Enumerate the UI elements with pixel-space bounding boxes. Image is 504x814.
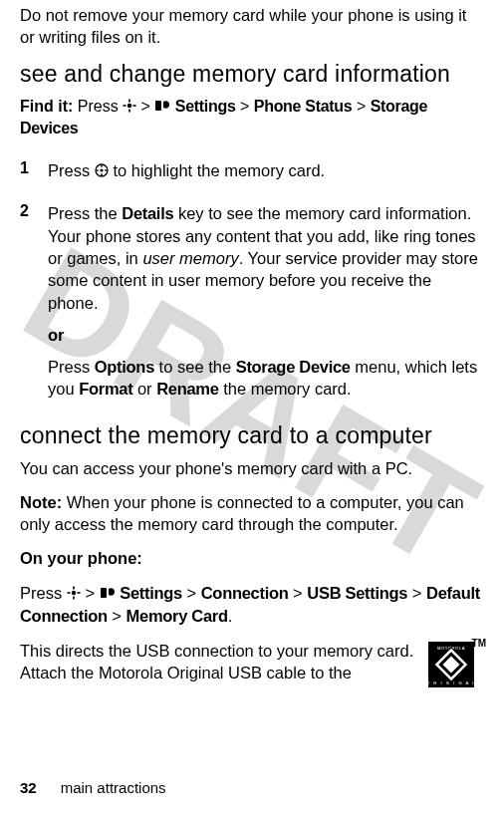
gt-e: > <box>112 607 122 625</box>
connection-label: Connection <box>201 584 289 602</box>
note-text: When your phone is connected to a comput… <box>20 493 464 533</box>
memory-card-label: Memory Card <box>126 607 228 625</box>
phone-status-label: Phone Status <box>254 98 353 115</box>
or-label: or <box>48 324 484 346</box>
svg-rect-16 <box>77 592 80 594</box>
gt2: > <box>240 98 249 115</box>
heading-see-change: see and change memory card information <box>20 61 484 88</box>
svg-rect-13 <box>73 587 75 590</box>
gt-d: > <box>412 584 422 602</box>
page-number: 32 <box>20 779 37 796</box>
s1-b: to highlight the memory card. <box>113 161 325 179</box>
storage-device-menu: Storage Device <box>236 358 351 376</box>
s2-e: to see the <box>159 358 231 376</box>
settings-label-2: Settings <box>120 584 182 602</box>
on-your-phone: On your phone: <box>20 547 484 569</box>
settings-label: Settings <box>175 98 236 115</box>
svg-rect-9 <box>101 173 102 175</box>
motorola-original-logo: TM MOTOROLA O R I G I N A L <box>428 642 484 687</box>
gt1: > <box>141 98 150 115</box>
gt-c: > <box>293 584 303 602</box>
heading-connect: connect the memory card to a computer <box>20 422 484 449</box>
svg-rect-2 <box>128 109 130 112</box>
svg-rect-4 <box>133 105 136 107</box>
find-it-press: Press <box>78 98 119 115</box>
step-1: 1 Press to highlight the memory card. <box>20 159 484 193</box>
svg-point-7 <box>100 169 103 172</box>
format-option: Format <box>79 380 132 398</box>
footer-section: main attractions <box>61 779 166 796</box>
tm-mark: TM <box>472 638 486 649</box>
settings-icon <box>154 97 170 119</box>
find-it-line: Find it: Press > Settings > Phone Status… <box>20 96 484 139</box>
nav-key-icon <box>95 160 109 182</box>
s2-d: Press <box>48 358 90 376</box>
gt-b: > <box>187 584 197 602</box>
note-label: Note: <box>20 493 62 511</box>
usb-settings-label: USB Settings <box>307 584 407 602</box>
page-footer: 32main attractions <box>20 779 166 796</box>
usb-direct-text: This directs the USB connection to your … <box>20 640 484 684</box>
connect-p1: You can access your phone's memory card … <box>20 457 484 479</box>
svg-rect-10 <box>96 169 98 170</box>
svg-rect-8 <box>101 165 102 167</box>
gt-a: > <box>85 584 95 602</box>
s1-a: Press <box>48 161 90 179</box>
steps-list: 1 Press to highlight the memory card. 2 … <box>20 159 484 410</box>
center-key-icon <box>123 97 136 119</box>
svg-point-12 <box>72 591 76 595</box>
details-key: Details <box>122 204 173 222</box>
svg-rect-14 <box>73 597 75 600</box>
note-paragraph: Note: When your phone is connected to a … <box>20 491 484 536</box>
settings-icon-2 <box>100 583 116 605</box>
press-label: Press <box>20 584 62 602</box>
s2-g: or <box>137 380 152 398</box>
options-key: Options <box>95 358 154 376</box>
find-it-label: Find it: <box>20 98 73 115</box>
s2-h: the memory card. <box>223 380 351 398</box>
svg-rect-15 <box>67 592 70 594</box>
center-key-icon-2 <box>67 583 81 605</box>
svg-rect-17 <box>101 588 107 598</box>
user-memory: user memory <box>142 249 238 267</box>
logo-bottom-text: O R I G I N A L <box>428 680 474 685</box>
gt3: > <box>357 98 366 115</box>
s2-a: Press the <box>48 204 118 222</box>
intro-text: Do not remove your memory card while you… <box>20 4 484 49</box>
usb-path: Press > Settings > Connection > USB Sett… <box>20 582 484 628</box>
step-2: 2 Press the Details key to see the memor… <box>20 202 484 409</box>
step-2-number: 2 <box>20 202 48 409</box>
svg-point-0 <box>127 103 131 107</box>
rename-option: Rename <box>156 380 218 398</box>
svg-rect-5 <box>155 101 161 111</box>
svg-rect-3 <box>124 105 126 107</box>
svg-rect-1 <box>128 99 130 102</box>
svg-rect-11 <box>105 169 107 170</box>
step-1-number: 1 <box>20 159 48 193</box>
